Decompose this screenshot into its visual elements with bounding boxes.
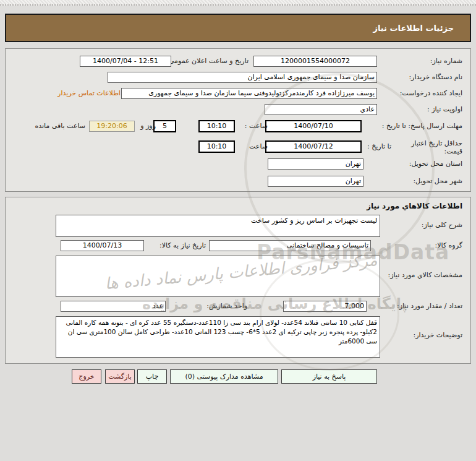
goods-spec-area[interactable]: [56, 256, 380, 297]
goods-spec-label: مشخصات کالاي مورد نیاز:: [388, 271, 462, 279]
days-remaining-field[interactable]: 5: [153, 120, 176, 132]
need-number-label: شماره نیاز:: [430, 57, 462, 65]
response-deadline-date-field[interactable]: 1400/07/10: [265, 120, 362, 132]
delivery-province-label: استان محل تحویل:: [409, 160, 462, 168]
print-button[interactable]: چاپ: [137, 369, 167, 384]
top-decorative-strip: [0, 0, 476, 6]
quantity-field[interactable]: 7,000: [283, 301, 367, 312]
need-details-panel: شماره نیاز: 1200001554000072 تاریخ و ساع…: [5, 48, 471, 192]
delivery-city-label: شهر محل تحویل:: [413, 177, 462, 185]
buyer-notes-area[interactable]: قفل کتابی 10 سانتی فنلاند 54عدد- لولای ا…: [56, 316, 380, 358]
buyer-contact-link[interactable]: اطلاعات تماس خریدار: [57, 89, 121, 97]
delivery-city-field[interactable]: تهران: [268, 176, 363, 187]
request-creator-field[interactable]: یوسف میرزازاده فرد کارمندمرکزتولیدوفنی س…: [121, 88, 377, 99]
announce-datetime-field[interactable]: 1400/07/04 - 12:51: [80, 56, 171, 67]
quantity-label: تعداد / مقدار مورد نیاز:: [397, 302, 462, 310]
respond-to-need-button[interactable]: پاسخ به نیاز: [281, 369, 377, 384]
goods-info-panel: اطلاعات کالاهاي مورد نیاز شرح کلی نیاز: …: [5, 197, 471, 364]
goods-group-field[interactable]: تاسیسات و مصالح ساختمانی: [209, 240, 371, 251]
general-description-area[interactable]: لیست تجهیزات بر اساس ریز و کشور ساخت: [56, 215, 380, 237]
request-creator-label: ایجاد کننده درخواست:: [400, 89, 462, 97]
view-attachments-button[interactable]: مشاهده مدارک پیوستی (0): [170, 369, 278, 384]
buyer-org-label: نام دستگاه خریدار:: [409, 73, 462, 81]
back-button[interactable]: بازگشت: [105, 369, 135, 384]
announce-datetime-label: تاریخ و ساعت اعلان عمومی:: [166, 57, 249, 65]
need-date-label: تاریخ نیاز به کالا:: [159, 241, 206, 249]
exit-button[interactable]: خروج: [72, 369, 101, 384]
price-validity-label: حداقل تاریخ اعتبار قیمت:: [396, 139, 462, 155]
countdown-timer: 19:20:06: [89, 121, 135, 132]
page-title: جزئیات اطلاعات نیاز: [373, 24, 454, 33]
priority-field[interactable]: عادي: [265, 104, 377, 115]
price-validity-date-field[interactable]: 1400/07/12: [265, 140, 362, 153]
buyer-org-field[interactable]: سازمان صدا و سیمای جمهوری اسلامی ایران: [108, 72, 377, 83]
page-title-bar: جزئیات اطلاعات نیاز: [5, 14, 471, 42]
deadline-hour-label: ساعت :: [245, 122, 268, 130]
unit-label: واحد شمارش:: [206, 302, 247, 310]
countdown-suffix-label: ساعت باقی مانده: [35, 122, 85, 130]
page: جزئیات اطلاعات نیاز شماره نیاز: 12000015…: [0, 0, 476, 461]
delivery-province-field[interactable]: تهران: [268, 158, 363, 170]
validity-hour-label: ساعت: [249, 142, 268, 150]
priority-label: اولویت نیاز :: [427, 105, 462, 113]
goods-panel-title: اطلاعات کالاهاي مورد نیاز: [367, 202, 462, 210]
response-deadline-label: مهلت ارسال پاسخ: تا تاریخ :: [382, 122, 462, 130]
validity-until-label: تا تاریخ :: [367, 142, 391, 150]
need-date-field[interactable]: 1400/07/13: [61, 240, 144, 251]
days-suffix-label: روز و: [140, 122, 156, 130]
price-validity-time-field[interactable]: 10:10: [198, 140, 235, 153]
goods-group-label: گروه کالا:: [435, 241, 462, 249]
need-number-field[interactable]: 1200001554000072: [253, 56, 377, 67]
unit-field[interactable]: عدد: [61, 301, 166, 312]
buyer-notes-label: توضیحات خریدار:: [414, 331, 463, 339]
general-description-label: شرح کلی نیاز:: [422, 221, 462, 229]
response-deadline-time-field[interactable]: 10:10: [198, 120, 235, 132]
